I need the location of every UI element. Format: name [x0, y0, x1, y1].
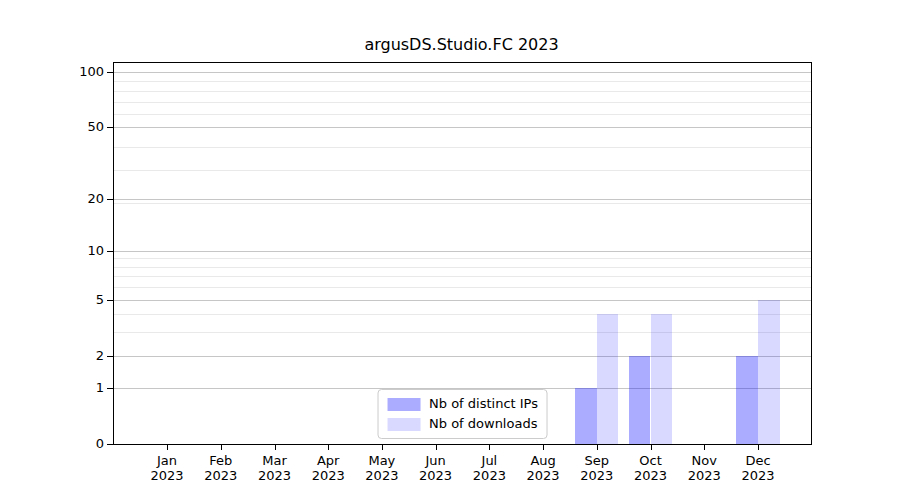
y-gridline-minor [114, 314, 811, 315]
x-axis-tick-mark [275, 444, 276, 450]
y-gridline-major [114, 127, 811, 128]
legend-label-downloads: Nb of downloads [429, 416, 537, 432]
y-gridline-minor [114, 91, 811, 92]
bar-nb-of-distinct-ips [575, 388, 597, 444]
y-gridline-minor [114, 203, 811, 204]
legend-item-distinct-ips: Nb of distinct IPs [387, 396, 538, 412]
legend-item-downloads: Nb of downloads [387, 416, 538, 432]
y-axis-tick-label: 5 [44, 292, 104, 308]
legend-label-distinct-ips: Nb of distinct IPs [429, 396, 538, 412]
y-gridline-major [114, 300, 811, 301]
y-axis-tick-mark [107, 444, 113, 445]
y-gridline-minor [114, 81, 811, 82]
x-axis-tick-mark [704, 444, 705, 450]
x-axis-tick-mark [221, 444, 222, 450]
legend: Nb of distinct IPs Nb of downloads [377, 389, 548, 439]
y-gridline-minor [114, 287, 811, 288]
chart-title: argusDS.Studio.FC 2023 [113, 35, 810, 54]
y-axis-tick-label: 50 [44, 119, 104, 135]
y-gridline-major [114, 251, 811, 252]
y-axis-tick-label: 2 [44, 348, 104, 364]
x-axis-tick-mark [651, 444, 652, 450]
plot-area: Nb of distinct IPs Nb of downloads 01251… [113, 62, 812, 445]
y-gridline-minor [114, 267, 811, 268]
y-axis-tick-label: 1 [44, 380, 104, 396]
x-axis-tick-mark [597, 444, 598, 450]
y-gridline-minor [114, 114, 811, 115]
y-axis-tick-label: 10 [44, 243, 104, 259]
y-gridline-minor [114, 332, 811, 333]
x-axis-tick-mark [328, 444, 329, 450]
bar-nb-of-distinct-ips [629, 356, 651, 445]
x-axis-tick-mark [382, 444, 383, 450]
x-axis-tick-mark [489, 444, 490, 450]
x-axis-tick-mark [167, 444, 168, 450]
legend-swatch-distinct-ips [387, 398, 420, 411]
figure: argusDS.Studio.FC 2023 Nb of distinct IP… [0, 0, 900, 500]
y-gridline-major [114, 199, 811, 200]
y-gridline-minor [114, 258, 811, 259]
y-axis-tick-mark [107, 356, 113, 357]
y-axis-tick-mark [107, 72, 113, 73]
x-axis-tick-mark [543, 444, 544, 450]
y-axis-tick-label: 20 [44, 191, 104, 207]
x-axis-tick-label: Dec 2023 [726, 453, 790, 483]
bar-nb-of-downloads [758, 300, 780, 444]
y-gridline-minor [114, 170, 811, 171]
y-axis-tick-mark [107, 388, 113, 389]
x-axis-tick-mark [758, 444, 759, 450]
bar-nb-of-distinct-ips [736, 356, 758, 445]
y-gridline-minor [114, 276, 811, 277]
y-axis-tick-mark [107, 251, 113, 252]
y-axis-tick-mark [107, 199, 113, 200]
bar-nb-of-downloads [651, 314, 673, 444]
y-axis-tick-label: 100 [44, 64, 104, 80]
x-axis-tick-mark [436, 444, 437, 450]
bar-nb-of-downloads [597, 314, 619, 444]
y-gridline-minor [114, 102, 811, 103]
y-axis-tick-mark [107, 300, 113, 301]
y-gridline-minor [114, 147, 811, 148]
y-gridline-major [114, 72, 811, 73]
y-axis-tick-mark [107, 127, 113, 128]
legend-swatch-downloads [387, 418, 420, 431]
y-gridline-major [114, 356, 811, 357]
y-axis-tick-label: 0 [44, 436, 104, 452]
